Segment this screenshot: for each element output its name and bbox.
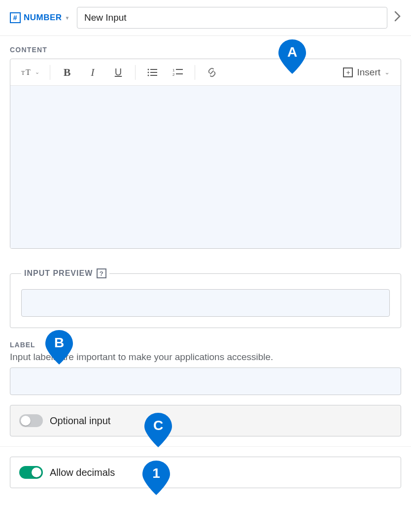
svg-rect-9 xyxy=(176,69,183,70)
preview-legend-text: INPUT PREVIEW xyxy=(24,269,93,278)
toolbar-divider xyxy=(195,65,195,80)
italic-button[interactable]: I xyxy=(81,63,104,82)
insert-button[interactable]: + Insert ⌄ xyxy=(337,67,396,78)
optional-input-label: Optional input xyxy=(50,415,110,427)
input-preview-legend: INPUT PREVIEW ? xyxy=(21,268,109,278)
rich-text-editor: TT ⌄ B I U 12 + Insert ⌄ xyxy=(10,59,401,249)
svg-rect-5 xyxy=(150,72,157,73)
svg-rect-7 xyxy=(150,75,157,76)
svg-point-4 xyxy=(148,71,149,73)
editor-toolbar: TT ⌄ B I U 12 + Insert ⌄ xyxy=(10,59,401,86)
insert-label: Insert xyxy=(357,67,380,78)
optional-input-row: Optional input xyxy=(10,405,401,436)
allow-decimals-label: Allow decimals xyxy=(50,467,115,478)
optional-input-toggle[interactable] xyxy=(19,414,43,427)
bold-button[interactable]: B xyxy=(55,63,79,82)
input-name-field[interactable] xyxy=(77,7,387,29)
allow-decimals-toggle[interactable] xyxy=(19,466,43,479)
annotation-marker-b: B xyxy=(45,330,73,365)
hash-icon: # xyxy=(10,12,21,23)
chevron-right-icon[interactable] xyxy=(394,11,401,25)
label-input[interactable] xyxy=(10,367,401,395)
bulleted-list-button[interactable] xyxy=(140,63,164,82)
field-type-selector[interactable]: # NUMBER ▼ xyxy=(10,12,70,23)
svg-text:T: T xyxy=(26,68,31,76)
link-button[interactable] xyxy=(200,63,224,82)
svg-rect-11 xyxy=(176,73,183,74)
toolbar-divider xyxy=(135,65,136,80)
annotation-marker-a: A xyxy=(278,39,306,74)
text-style-button[interactable]: TT ⌄ xyxy=(15,63,45,82)
chevron-down-icon: ▼ xyxy=(65,15,70,21)
chevron-down-icon: ⌄ xyxy=(35,69,39,75)
numbered-list-button[interactable]: 12 xyxy=(166,63,190,82)
annotation-marker-1: 1 xyxy=(142,461,170,495)
field-type-label: NUMBER xyxy=(24,13,62,23)
help-icon[interactable]: ? xyxy=(97,268,106,278)
svg-text:1: 1 xyxy=(172,68,175,72)
underline-button[interactable]: U xyxy=(106,63,130,82)
svg-rect-3 xyxy=(150,69,157,70)
chevron-down-icon: ⌄ xyxy=(384,68,390,76)
header-bar: # NUMBER ▼ xyxy=(0,0,411,36)
plus-icon: + xyxy=(343,67,353,77)
allow-decimals-row: Allow decimals xyxy=(10,457,401,488)
toolbar-divider xyxy=(50,65,50,80)
preview-input[interactable] xyxy=(21,289,390,317)
annotation-marker-c: C xyxy=(144,413,172,447)
svg-point-6 xyxy=(148,74,149,76)
editor-body[interactable] xyxy=(10,86,401,248)
input-preview-panel: INPUT PREVIEW ? xyxy=(10,268,401,328)
svg-text:2: 2 xyxy=(172,72,175,77)
divider xyxy=(0,446,411,447)
svg-point-2 xyxy=(148,68,149,70)
content-section-label: CONTENT xyxy=(0,36,411,59)
svg-text:T: T xyxy=(21,69,25,76)
